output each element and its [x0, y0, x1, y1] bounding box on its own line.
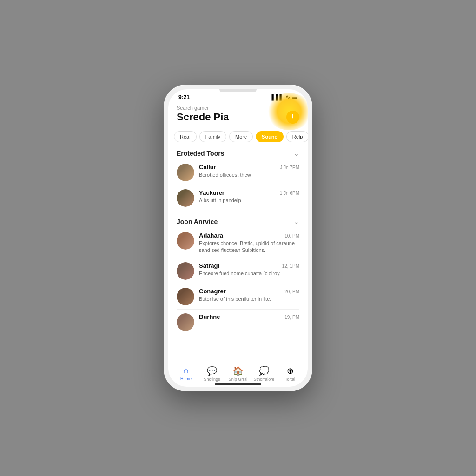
item-time-item5: 20, PM	[284, 289, 299, 294]
bottom-nav: ⌂ Home 💬 Shotings 🏠 Snlp Grral 💭 Stnorra…	[168, 360, 308, 387]
item-time-item2: 1 Jn 6PM	[280, 191, 299, 196]
search-label: Search gamer	[177, 105, 299, 111]
avatar-item1	[177, 164, 194, 181]
list-item-item4[interactable]: Satragi 12, 1PM Enceore fued nome cupatt…	[168, 258, 308, 284]
section-header-section1[interactable]: Eroteded Toors ⌄	[168, 145, 308, 160]
section-title-section1: Eroteded Toors	[177, 150, 224, 157]
item-content-item6: Burhne 19, PM	[199, 313, 299, 320]
item-content-item2: Yackurer 1 Jn 6PM Albs utt in pandelp	[199, 189, 299, 204]
tab-help[interactable]: Relp	[286, 131, 308, 142]
item-time-item4: 12, 1PM	[282, 264, 299, 269]
item-desc-item5: Butonise of this benfluiter in lite.	[199, 296, 299, 303]
item-name-row-item2: Yackurer 1 Jn 6PM	[199, 189, 299, 196]
phone-screen: 9:21 ▌▌▌ ∿ ▬ Search gamer Screde Pia ! R…	[168, 89, 308, 387]
header-row: Screde Pia !	[177, 111, 299, 124]
tab-real[interactable]: Real	[174, 131, 197, 142]
item-desc-item2: Albs utt in pandelp	[199, 197, 299, 204]
nav-item-home[interactable]: ⌂ Home	[173, 366, 199, 381]
nav-item-shotings[interactable]: 💬 Shotings	[199, 366, 225, 382]
avatar-item3	[177, 232, 194, 250]
item-name-row-item1: Callur J Jn 7PM	[199, 164, 299, 171]
avatar-img-item5	[177, 288, 194, 305]
nav-icon-total: ⊕	[287, 366, 294, 376]
item-name-row-item3: Adahara 10, PM	[199, 232, 299, 239]
avatar-img-item1	[177, 164, 194, 181]
section-section2: Joon Anrvice ⌄ Adahara 10, PM Exptores c…	[168, 213, 308, 335]
nav-item-total[interactable]: ⊕ Tortal	[277, 366, 303, 382]
list-item-item6[interactable]: Burhne 19, PM	[168, 310, 308, 335]
item-time-item1: J Jn 7PM	[280, 165, 299, 170]
nav-icon-shop: 🏠	[233, 366, 243, 376]
tab-family[interactable]: Family	[199, 131, 226, 142]
notch	[219, 89, 257, 92]
nav-label-home: Home	[180, 377, 192, 381]
nav-label-total: Tortal	[285, 377, 295, 382]
nav-label-store: Stnorralore	[254, 377, 275, 382]
chevron-icon-section2: ⌄	[294, 218, 299, 225]
avatar-img-item2	[177, 189, 194, 207]
home-indicator	[215, 383, 261, 385]
item-content-item1: Callur J Jn 7PM Berotted officoest thew	[199, 164, 299, 178]
phone-frame: 9:21 ▌▌▌ ∿ ▬ Search gamer Screde Pia ! R…	[164, 85, 312, 391]
page-title: Screde Pia	[177, 111, 229, 123]
item-name-item6: Burhne	[199, 313, 220, 320]
avatar-img-item4	[177, 262, 194, 280]
tab-bar: RealFamilyMoreSouneRelp	[168, 128, 308, 145]
item-desc-item1: Berotted officoest thew	[199, 172, 299, 178]
nav-label-shotings: Shotings	[204, 377, 220, 382]
item-name-item4: Satragi	[199, 262, 219, 269]
tab-source[interactable]: Soune	[256, 131, 284, 142]
section-section1: Eroteded Toors ⌄ Callur J Jn 7PM Berotte…	[168, 145, 308, 211]
item-time-item6: 19, PM	[284, 315, 299, 320]
avatar-item4	[177, 262, 194, 280]
chevron-icon-section1: ⌄	[294, 150, 299, 157]
content-scroll[interactable]: Eroteded Toors ⌄ Callur J Jn 7PM Berotte…	[168, 145, 308, 387]
avatar-item2	[177, 189, 194, 207]
item-content-item3: Adahara 10, PM Exptores chorice, Brstic,…	[199, 232, 299, 254]
nav-label-shop: Snlp Grral	[229, 377, 248, 382]
nav-icon-home: ⌂	[184, 366, 189, 376]
avatar-img-item3	[177, 232, 194, 250]
nav-icon-shotings: 💬	[207, 366, 217, 376]
item-name-row-item5: Conagrer 20, PM	[199, 288, 299, 295]
item-name-item1: Callur	[199, 164, 216, 171]
item-content-item4: Satragi 12, 1PM Enceore fued nome cupatt…	[199, 262, 299, 277]
item-name-row-item6: Burhne 19, PM	[199, 313, 299, 320]
item-time-item3: 10, PM	[284, 233, 299, 238]
item-name-item3: Adahara	[199, 232, 223, 239]
item-name-row-item4: Satragi 12, 1PM	[199, 262, 299, 269]
list-item-item2[interactable]: Yackurer 1 Jn 6PM Albs utt in pandelp	[168, 185, 308, 211]
avatar-item6	[177, 313, 194, 331]
nav-icon-store: 💭	[259, 366, 269, 376]
status-time: 9:21	[178, 94, 190, 100]
list-item-item5[interactable]: Conagrer 20, PM Butonise of this benflui…	[168, 284, 308, 309]
nav-item-shop[interactable]: 🏠 Snlp Grral	[225, 366, 251, 382]
item-content-item5: Conagrer 20, PM Butonise of this benflui…	[199, 288, 299, 303]
item-name-item5: Conagrer	[199, 288, 226, 295]
header-area: Search gamer Screde Pia !	[168, 102, 308, 128]
item-name-item2: Yackurer	[199, 189, 225, 196]
item-desc-item3: Exptores chorice, Brstic, upidid of cara…	[199, 240, 299, 254]
section-header-section2[interactable]: Joon Anrvice ⌄	[168, 213, 308, 228]
item-desc-item4: Enceore fued nome cupatta (clolroy.	[199, 270, 299, 277]
tab-more[interactable]: More	[229, 131, 253, 142]
avatar-img-item6	[177, 313, 194, 331]
warning-icon[interactable]: !	[286, 111, 299, 124]
nav-item-store[interactable]: 💭 Stnorralore	[251, 366, 277, 382]
section-title-section2: Joon Anrvice	[177, 218, 218, 225]
avatar-item5	[177, 288, 194, 305]
list-item-item3[interactable]: Adahara 10, PM Exptores chorice, Brstic,…	[168, 228, 308, 258]
list-item-item1[interactable]: Callur J Jn 7PM Berotted officoest thew	[168, 160, 308, 185]
